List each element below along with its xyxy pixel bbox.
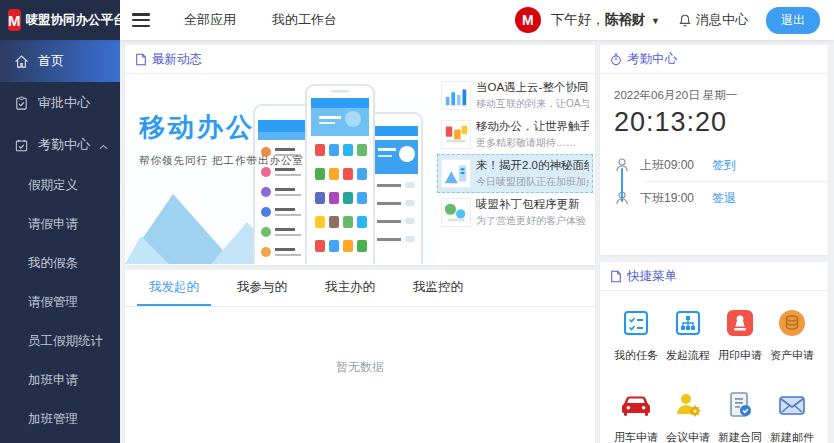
news-body: 移动办公 帮你领先同行 把工作带出办公室 当OA遇上云-整个协同OA 移动互联的…: [125, 74, 595, 264]
quick-item-meeting-application[interactable]: 会议申请: [662, 389, 714, 443]
home-icon: [14, 53, 30, 69]
attendance-title: 考勤中心: [627, 51, 677, 68]
quick-item-label: 我的任务: [614, 348, 658, 363]
empty-state-text: 暂无数据: [125, 307, 595, 376]
news-item-desc: 今日唛盟团队正在加班加点，: [476, 175, 589, 189]
user-avatar[interactable]: M: [515, 7, 541, 33]
nav-all-apps[interactable]: 全部应用: [184, 11, 236, 29]
news-list: 当OA遇上云-整个协同OA 移动互联的到来，让OA与云 移动办公，让世界触手可 …: [437, 76, 593, 232]
mail-icon: [776, 389, 808, 421]
attendance-rows: 上班09:00 签到 下班19:00 签退: [600, 152, 828, 211]
quick-item-label: 发起流程: [666, 348, 710, 363]
message-center[interactable]: 消息中心: [678, 11, 748, 29]
quick-item-new-mail[interactable]: 新建邮件: [766, 389, 818, 443]
news-item[interactable]: 当OA遇上云-整个协同OA 移动互联的到来，让OA与云: [437, 76, 593, 115]
tab-hosted-by-me[interactable]: 我主办的: [313, 270, 387, 306]
news-item-desc: 更多精彩敬请期待……: [476, 136, 589, 150]
brand-block: M 唛盟协同办公平台: [0, 0, 120, 40]
sidebar-item-overtime-management[interactable]: 加班管理: [0, 400, 120, 439]
attendance-panel: 考勤中心 2022年06月20日 星期一 20:13:20 上班09:00 签到…: [600, 45, 828, 255]
news-thumbnail: [441, 81, 471, 110]
tasks-tabs: 我发起的 我参与的 我主办的 我监控的: [125, 270, 595, 307]
tab-monitored-by-me[interactable]: 我监控的: [401, 270, 475, 306]
tab-initiated-by-me[interactable]: 我发起的: [137, 270, 211, 306]
quick-item-new-contract[interactable]: 新建合同: [714, 389, 766, 443]
mobile-office-banner[interactable]: 移动办公 帮你领先同行 把工作带出办公室: [125, 74, 433, 264]
quick-item-seal-application[interactable]: 用印申请: [714, 307, 766, 363]
sidebar-submenu: 假期定义 请假申请 我的假条 请假管理 员工假期统计 加班申请 加班管理: [0, 166, 120, 439]
chevron-up-icon[interactable]: [99, 138, 108, 153]
meeting-icon: [672, 389, 704, 421]
divider: [644, 181, 828, 182]
stopwatch-icon: [610, 53, 622, 66]
sidebar-item-approval-center[interactable]: 审批中心: [0, 82, 120, 124]
check-in-row: 上班09:00 签到: [600, 152, 828, 178]
top-bar: M 唛盟协同办公平台 全部应用 我的工作台 M 下午好，陈裕财 ▼ 消息中心 退…: [0, 0, 834, 40]
quick-menu-grid: 我的任务 发起流程 用印申请 资产申请 用车申请: [600, 291, 828, 443]
news-item-title: 来！揭开2.0的神秘面纱~: [476, 158, 589, 173]
quick-item-label: 新建合同: [718, 430, 762, 443]
latest-news-title: 最新动态: [152, 51, 202, 68]
news-item[interactable]: 唛盟补丁包程序更新 为了营造更好的客户体验，唛: [437, 193, 593, 232]
news-item-selected[interactable]: 来！揭开2.0的神秘面纱~ 今日唛盟团队正在加班加点，: [437, 154, 593, 193]
phone-mockup-left: [253, 104, 311, 264]
quick-menu-panel: 快捷菜单 我的任务 发起流程 用印申请 资产申请: [600, 262, 828, 443]
user-name: 陈裕财: [605, 12, 646, 27]
user-greeting[interactable]: 下午好，陈裕财 ▼: [551, 11, 660, 29]
sidebar-item-leave-application[interactable]: 请假申请: [0, 205, 120, 244]
quick-item-label: 用车申请: [614, 430, 658, 443]
top-bar-right: M 下午好，陈裕财 ▼ 消息中心 退出: [515, 7, 834, 34]
tab-participated-by-me[interactable]: 我参与的: [225, 270, 299, 306]
quick-item-start-process[interactable]: 发起流程: [662, 307, 714, 363]
news-thumbnail: [441, 159, 471, 188]
tasks-panel: 我发起的 我参与的 我主办的 我监控的 暂无数据: [125, 270, 595, 443]
tasks-icon: [620, 307, 652, 339]
quick-item-vehicle-application[interactable]: 用车申请: [610, 389, 662, 443]
asset-icon: [776, 307, 808, 339]
check-out-row: 下班19:00 签退: [600, 185, 828, 211]
sidebar-item-overtime-application[interactable]: 加班申请: [0, 361, 120, 400]
news-item-desc: 移动互联的到来，让OA与云: [476, 97, 589, 111]
attendance-icon: [14, 137, 30, 153]
seal-icon: [724, 307, 756, 339]
sidebar-item-leave-management[interactable]: 请假管理: [0, 283, 120, 322]
document-icon: [610, 270, 622, 283]
sidebar-item-holiday-definition[interactable]: 假期定义: [0, 166, 120, 205]
car-icon: [620, 389, 652, 421]
latest-news-header: 最新动态: [125, 45, 595, 74]
quick-menu-title: 快捷菜单: [627, 268, 677, 285]
quick-item-asset-application[interactable]: 资产申请: [766, 307, 818, 363]
contract-icon: [724, 389, 756, 421]
news-item-title: 移动办公，让世界触手可: [476, 119, 589, 134]
news-item[interactable]: 移动办公，让世界触手可 更多精彩敬请期待……: [437, 115, 593, 154]
logout-button[interactable]: 退出: [766, 7, 820, 34]
menu-toggle-icon[interactable]: [132, 13, 150, 27]
sidebar-item-home[interactable]: 首页: [0, 40, 120, 82]
sidebar: 首页 审批中心 考勤中心 假期定义 请假申请 我的假条 请假管理 员工假期统计 …: [0, 40, 120, 443]
greeting-text: 下午好，: [551, 12, 605, 27]
quick-menu-header: 快捷菜单: [600, 262, 828, 291]
phone-mockup-middle: [305, 84, 375, 264]
news-item-desc: 为了营造更好的客户体验，唛: [476, 214, 589, 228]
sidebar-item-my-leave-notes[interactable]: 我的假条: [0, 244, 120, 283]
sidebar-item-employee-holiday-stats[interactable]: 员工假期统计: [0, 322, 120, 361]
flow-icon: [672, 307, 704, 339]
approval-icon: [14, 95, 30, 111]
sidebar-item-attendance-center[interactable]: 考勤中心: [0, 124, 120, 166]
check-in-link[interactable]: 签到: [712, 157, 736, 174]
nav-my-workbench[interactable]: 我的工作台: [272, 11, 337, 29]
news-item-title: 唛盟补丁包程序更新: [476, 197, 589, 212]
check-in-label: 上班09:00: [640, 157, 712, 174]
news-item-title: 当OA遇上云-整个协同OA: [476, 80, 589, 95]
quick-item-label: 用印申请: [718, 348, 762, 363]
check-out-link[interactable]: 签退: [712, 190, 736, 207]
chevron-down-icon[interactable]: ▼: [651, 16, 660, 26]
quick-item-my-tasks[interactable]: 我的任务: [610, 307, 662, 363]
sidebar-item-label: 审批中心: [38, 94, 90, 112]
check-out-label: 下班19:00: [640, 190, 712, 207]
attendance-date: 2022年06月20日 星期一: [614, 88, 828, 103]
top-nav: 全部应用 我的工作台: [184, 11, 337, 29]
latest-news-panel: 最新动态: [125, 45, 595, 265]
news-thumbnail: [441, 198, 471, 227]
banner-title: 移动办公: [139, 110, 255, 145]
